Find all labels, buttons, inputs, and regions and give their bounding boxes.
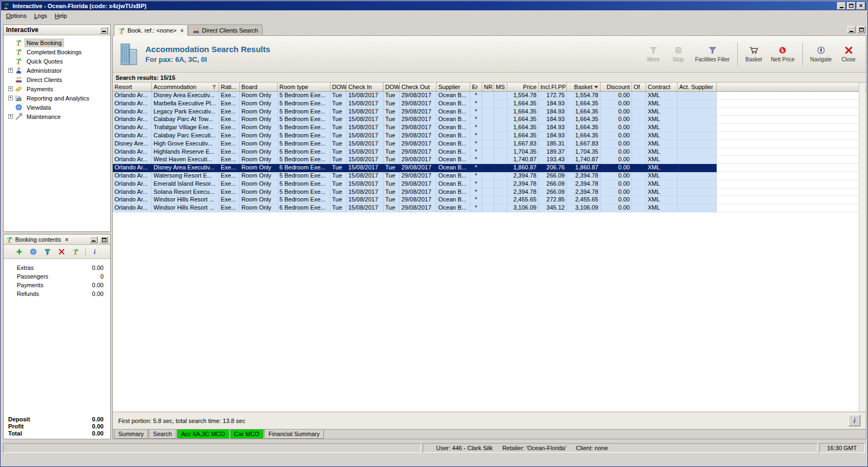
panel-collapse-button[interactable] <box>100 27 108 34</box>
column-header-er[interactable]: Er <box>470 83 482 92</box>
main-area: Book. ref.: <none>×Direct Clients Search… <box>112 24 866 439</box>
column-header-label: DOW <box>385 84 400 90</box>
result-row-10[interactable]: Orlando Ar...Disney Area Executiv...Exe.… <box>113 164 866 172</box>
menu-help[interactable]: Help <box>51 11 71 20</box>
expand-icon[interactable]: + <box>8 114 13 119</box>
column-header-discount[interactable]: Discount <box>601 83 632 92</box>
column-header-room-type[interactable]: Room type <box>278 83 330 92</box>
result-row-11[interactable]: Orlando Ar...Watersong Resort E...Exe...… <box>113 172 866 180</box>
booking-palm-tree-button[interactable] <box>71 247 81 257</box>
cell-check-in: 15/08/2017 <box>347 124 384 132</box>
booking-minimize-button[interactable] <box>90 236 98 243</box>
column-header-contract[interactable]: Contract <box>646 83 678 92</box>
expand-icon[interactable]: + <box>8 96 13 100</box>
info-button[interactable]: i <box>848 415 860 426</box>
column-header-accommodation[interactable]: Accommodation <box>152 83 219 92</box>
result-row-12[interactable]: Orlando Ar...Emerald Island Resor...Exe.… <box>113 180 866 188</box>
column-header-label: Room type <box>279 84 308 90</box>
booking-row-refunds[interactable]: Refunds0.00 <box>4 289 110 298</box>
result-row-1[interactable]: Orlando Ar...Disney Area Executiv...Exe.… <box>113 92 866 100</box>
document-maximize-button[interactable] <box>857 26 865 33</box>
toolbar-facilities-filter-button[interactable]: Facilities Filter <box>691 40 733 69</box>
sidebar-item-new-booking[interactable]: +New Booking <box>4 38 110 47</box>
menu-logs[interactable]: Logs <box>30 11 51 20</box>
bottom-tab-acc-6a-3c-mco[interactable]: Acc 6A,3C MCO <box>177 430 229 439</box>
cell-dow: Tue <box>384 204 400 212</box>
booking-maximize-button[interactable] <box>100 236 108 243</box>
sidebar-item-administrator[interactable]: +Administrator <box>4 66 110 75</box>
tab-close-icon[interactable]: × <box>181 28 184 34</box>
booking-row-extras[interactable]: Extras0.00 <box>4 263 110 272</box>
toolbar-close-button[interactable]: Close <box>837 40 860 69</box>
sidebar-item-completed-bookings[interactable]: +Completed Bookings <box>4 47 110 56</box>
column-header-resort[interactable]: Resort <box>113 83 152 92</box>
booking-delete-button[interactable] <box>57 247 67 257</box>
result-row-8[interactable]: Orlando Ar...Highlands Reserve E...Exe..… <box>113 148 866 156</box>
column-header-ms[interactable]: MS <box>494 83 507 92</box>
cell-rati: Exe... <box>219 108 240 116</box>
sidebar-item-quick-quotes[interactable]: +Quick Quotes <box>4 56 110 66</box>
cell-room-type: 5 Bedroom Exe... <box>278 148 330 156</box>
column-header-dow[interactable]: DOW <box>330 83 347 92</box>
window-minimize-button[interactable] <box>837 2 846 10</box>
bottom-tab-summary[interactable]: Summary <box>114 430 148 439</box>
cell-resort: Disney Are... <box>113 140 152 148</box>
result-row-2[interactable]: Orlando Ar...Marbella Executive Pl...Exe… <box>113 100 866 108</box>
column-header-board[interactable]: Board <box>240 83 278 92</box>
column-header-incl-fl-pp[interactable]: Incl.Fl.PP <box>539 83 567 92</box>
tab-book-ref-none[interactable]: Book. ref.: <none>× <box>114 24 188 36</box>
vertical-scrollbar[interactable] <box>859 83 865 412</box>
booking-row-payments[interactable]: Payments0.00 <box>4 281 110 289</box>
toolbar-navigate-button[interactable]: Navigate <box>807 40 835 69</box>
column-header-act-supplier[interactable]: Act. Supplier <box>678 83 717 92</box>
bottom-tab-financial-summary[interactable]: Financial Summary <box>264 430 324 439</box>
bottom-tab-car-mco[interactable]: Car MCO <box>230 430 264 439</box>
sidebar-item-direct-clients[interactable]: +Direct Clients <box>4 75 110 84</box>
expand-icon[interactable]: + <box>8 68 13 73</box>
column-header-basket[interactable]: Basket <box>567 83 601 92</box>
sidebar-item-reporting-and-analytics[interactable]: +Reporting and Analytics <box>4 93 110 103</box>
column-header-supplier[interactable]: Supplier <box>437 83 470 92</box>
booking-info-button[interactable]: i <box>90 247 100 257</box>
result-row-15[interactable]: Orlando Ar...Windsor Hills Resort ...Exe… <box>113 204 866 212</box>
window-maximize-button[interactable] <box>847 2 856 10</box>
toolbar-nett-price-button[interactable]: $Nett Price <box>767 40 799 69</box>
column-header-nr[interactable]: NR <box>482 83 494 92</box>
bottom-tab-search[interactable]: Search <box>149 430 176 439</box>
document-minimize-button[interactable] <box>847 26 856 33</box>
booking-contents-close-icon[interactable]: × <box>63 236 70 243</box>
sidebar-item-maintenance[interactable]: +Maintenance <box>4 112 110 121</box>
result-row-7[interactable]: Disney Are...High Grove Executiv...Exe..… <box>113 140 866 148</box>
booking-web-button[interactable] <box>29 247 39 257</box>
cell-incl-fl-pp: 184.93 <box>539 132 567 140</box>
cell-nr <box>482 188 494 197</box>
toolbar-more-button[interactable]: More <box>641 40 665 69</box>
toolbar-basket-button[interactable]: Basket <box>742 40 766 69</box>
tab-direct-clients-search[interactable]: Direct Clients Search <box>188 24 262 35</box>
expand-icon[interactable]: + <box>8 86 13 91</box>
sidebar-item-viewdata[interactable]: +Viewdata <box>4 103 110 112</box>
column-header-of[interactable]: Of <box>632 83 646 92</box>
booking-row-passengers[interactable]: Passengers0 <box>4 272 110 281</box>
booking-add-button[interactable] <box>15 247 24 257</box>
result-row-6[interactable]: Orlando Ar...Calabay Parc Executi...Exe.… <box>113 132 866 140</box>
result-row-4[interactable]: Orlando Ar...Calabay Parc At Tow...Exe..… <box>113 116 866 124</box>
result-row-9[interactable]: Orlando Ar...West Haven Executi...Exe...… <box>113 156 866 164</box>
menu-options[interactable]: Options <box>2 11 30 20</box>
column-header-price[interactable]: Price <box>507 83 539 92</box>
booking-filter-button[interactable] <box>43 247 53 257</box>
result-row-5[interactable]: Orlando Ar...Trafalgar Village Exe...Exe… <box>113 124 866 132</box>
result-row-3[interactable]: Orlando Ar...Legacy Park Executiv...Exe.… <box>113 108 866 116</box>
column-header-rati[interactable]: Rati... <box>219 83 240 92</box>
result-row-14[interactable]: Orlando Ar...Windsor Hills Resort ...Exe… <box>113 196 866 204</box>
column-header-dow[interactable]: DOW <box>384 83 400 92</box>
column-filter-icon[interactable] <box>212 84 217 90</box>
sidebar-item-payments[interactable]: +Payments <box>4 84 110 93</box>
cell-check-in: 15/08/2017 <box>347 172 384 180</box>
result-row-13[interactable]: Orlando Ar...Solana Resort Execu...Exe..… <box>113 188 866 197</box>
column-header-check-in[interactable]: Check In <box>347 83 384 92</box>
toolbar-stop-button[interactable]: Stop <box>666 40 690 69</box>
sidebar-item-label: Reporting and Analytics <box>25 94 91 102</box>
window-close-button[interactable]: × <box>857 2 865 10</box>
column-header-check-out[interactable]: Check Out <box>400 83 437 92</box>
